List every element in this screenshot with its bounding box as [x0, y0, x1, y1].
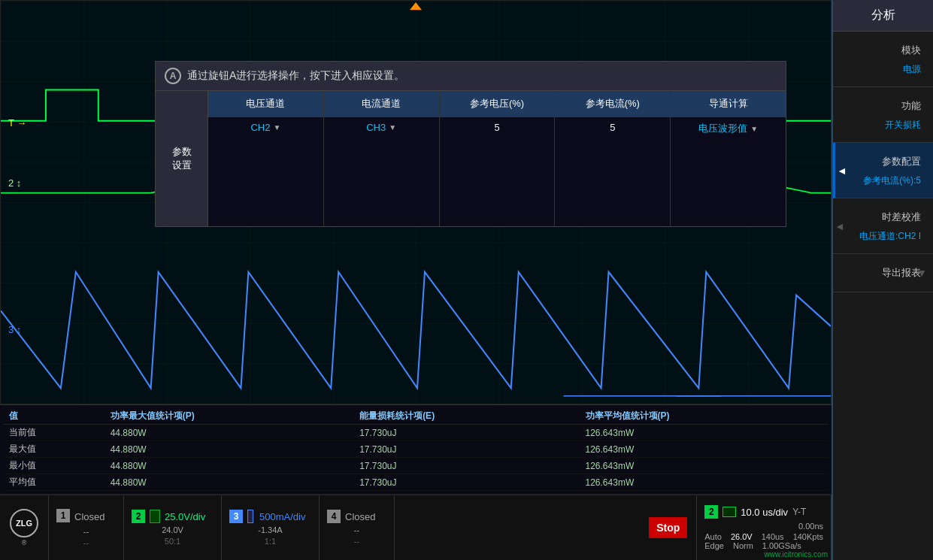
row-label-2: 最小值: [3, 458, 105, 474]
col-header-label: 值: [3, 408, 105, 425]
row-label-0: 当前值: [3, 425, 105, 441]
sample-rate: 1.00GSa/s: [762, 541, 801, 550]
dialog-col-ref-voltage: 参考电压(%) 5: [440, 91, 556, 226]
trigger-mode: Edge: [704, 541, 724, 550]
scope-bottom: ZLG ® 1 Closed -- -- 2: [0, 494, 832, 560]
stop-section: Stop: [640, 495, 697, 560]
scope-area: T → 2 ↕ 3 ↕ A 通过旋钮A进行选择操作，按下进入相应设置。 参数设置…: [0, 0, 832, 560]
sidebar-function-subtitle: 开关损耗: [848, 119, 927, 136]
ch3-top: 3 500mA/div: [229, 510, 311, 523]
col-value-voltage[interactable]: CH2 ▼: [208, 117, 323, 138]
table-row: 最大值 44.880W 17.730uJ 126.643mW: [3, 441, 828, 458]
ch2-mid: 24.0V: [132, 525, 214, 534]
row-label-3: 平均值: [3, 474, 105, 491]
col-header-ref-voltage: 参考电压(%): [440, 91, 555, 117]
ch2-divider: 25.0V/div: [165, 511, 205, 522]
ch3-indicator: [247, 510, 253, 523]
dialog-col-current: 电流通道 CH3 ▼: [324, 91, 440, 226]
sidebar-item-module[interactable]: 模块 电源: [833, 32, 933, 87]
col-header-conduction: 导通计算: [671, 91, 786, 117]
dialog-col-conduction: 导通计算 电压波形值 ▼: [671, 91, 786, 226]
dialog-col-ref-current: 参考电流(%) 5: [555, 91, 671, 226]
timebase-value: 10.0 us/div: [741, 507, 788, 518]
ch1-block: 1 Closed -- --: [49, 495, 124, 560]
ch2-bottom: 50:1: [132, 537, 214, 546]
row-pmax-3: 44.880W: [105, 474, 353, 491]
row-pmax-0: 44.880W: [105, 425, 353, 441]
norm-label: Norm: [733, 541, 753, 550]
row-pavg-2: 126.643mW: [580, 458, 828, 474]
col-value-current[interactable]: CH3 ▼: [324, 117, 439, 138]
col-header-ref-current: 参考电流(%): [555, 91, 670, 117]
dropdown-arrow-conduction: ▼: [750, 125, 758, 133]
stop-button[interactable]: Stop: [649, 517, 687, 538]
logo-registered: ®: [10, 539, 38, 546]
sidebar-function-title: 功能: [848, 93, 927, 119]
col-value-ref-voltage: 5: [440, 117, 555, 138]
trigger-level: 26.0V: [731, 532, 753, 541]
sidebar-param-subtitle: 参考电流(%):5: [850, 174, 927, 192]
trigger-auto: Auto: [704, 532, 722, 541]
timebase-row2: Auto 26.0V 140us 140Kpts: [704, 532, 823, 541]
sidebar-item-export[interactable]: 导出报表 ▼: [833, 254, 933, 292]
col-header-current: 电流通道: [324, 91, 439, 117]
sidebar-item-param-config[interactable]: ◄ 参数配置 参考电流(%):5: [833, 143, 933, 198]
row-pmax-2: 44.880W: [105, 458, 353, 474]
active-arrow-icon: ◄: [837, 165, 847, 177]
sidebar-item-time-cal[interactable]: ◄ 时差校准 电压通道:CH2 I: [833, 198, 933, 254]
ch-2-label: 2 ↕: [8, 177, 21, 189]
ch4-badge: 4: [327, 510, 341, 523]
ch-3-label: 3 ↕: [8, 324, 21, 335]
ch2-badge: 2: [132, 510, 145, 523]
ch4-bottom: --: [327, 537, 386, 546]
row-energy-2: 17.730uJ: [353, 458, 579, 474]
overlay-dialog: A 通过旋钮A进行选择操作，按下进入相应设置。 参数设置 电压通道 CH2 ▼: [155, 61, 786, 227]
col-header-voltage: 电压通道: [208, 91, 323, 117]
row-energy-3: 17.730uJ: [353, 474, 579, 491]
col-value-conduction[interactable]: 电压波形值 ▼: [671, 117, 786, 140]
ch1-label: Closed: [74, 511, 105, 522]
dropdown-arrow-current: ▼: [389, 123, 396, 132]
dialog-header: A 通过旋钮A进行选择操作，按下进入相应设置。: [156, 62, 786, 91]
ch2-indicator-box: [150, 510, 160, 523]
time-cal-arrow-icon: ◄: [835, 220, 845, 232]
timebase-row3: Edge Norm 1.00GSa/s: [704, 541, 823, 550]
ch1-bottom: --: [56, 538, 116, 547]
ch3-block: 3 500mA/div -1.34A 1:1: [222, 495, 320, 560]
sidebar-item-function[interactable]: 功能 开关损耗: [833, 87, 933, 143]
param-settings-label: 参数设置: [156, 91, 208, 226]
row-label-1: 最大值: [3, 441, 105, 458]
dialog-body: 参数设置 电压通道 CH2 ▼ 电流通道: [156, 91, 786, 226]
logo: ZLG ®: [10, 509, 38, 546]
ch2-top: 2 25.0V/div: [132, 510, 214, 523]
delay-value: 0.00ns: [704, 522, 823, 531]
row-pavg-0: 126.643mW: [580, 425, 828, 441]
ch4-label: Closed: [345, 511, 375, 522]
table-row: 最小值 44.880W 17.730uJ 126.643mW: [3, 458, 828, 474]
sidebar-title: 分析: [833, 0, 933, 32]
col-value-ref-current: 5: [555, 117, 670, 138]
ch3-bottom: 1:1: [229, 537, 311, 546]
sidebar-param-title: 参数配置: [850, 149, 927, 174]
ch-t-label: T →: [8, 117, 26, 129]
waveform-display: T → 2 ↕ 3 ↕ A 通过旋钮A进行选择操作，按下进入相应设置。 参数设置…: [0, 0, 832, 404]
ch3-divider: 500mA/div: [259, 511, 305, 522]
ch3-badge: 3: [229, 510, 243, 523]
data-table: 值 功率最大值统计项(P) 能量损耗统计项(E) 功率平均值统计项(P) 当前值…: [0, 404, 832, 494]
ch2-mini-indicator: [722, 507, 736, 517]
timebase-row1: 2 10.0 us/div Y-T: [704, 505, 823, 519]
sidebar-time-cal-title: 时差校准: [848, 204, 927, 230]
row-pavg-3: 126.643mW: [580, 474, 828, 491]
sidebar-module-title: 模块: [848, 38, 927, 63]
yt-label: Y-T: [792, 507, 806, 517]
logo-circle: ZLG: [10, 509, 38, 537]
sidebar-module-subtitle: 电源: [848, 63, 927, 80]
trigger-time: 140us: [762, 532, 784, 541]
row-pmax-1: 44.880W: [105, 441, 353, 458]
ch4-top: 4 Closed: [327, 510, 386, 523]
sidebar-export-title: 导出报表: [848, 260, 927, 286]
dialog-title: 通过旋钮A进行选择操作，按下进入相应设置。: [187, 69, 404, 83]
sidebar-time-cal-subtitle: 电压通道:CH2 I: [848, 230, 927, 247]
main-container: T → 2 ↕ 3 ↕ A 通过旋钮A进行选择操作，按下进入相应设置。 参数设置…: [0, 0, 933, 560]
watermark: www.icitronics.com: [765, 550, 828, 558]
